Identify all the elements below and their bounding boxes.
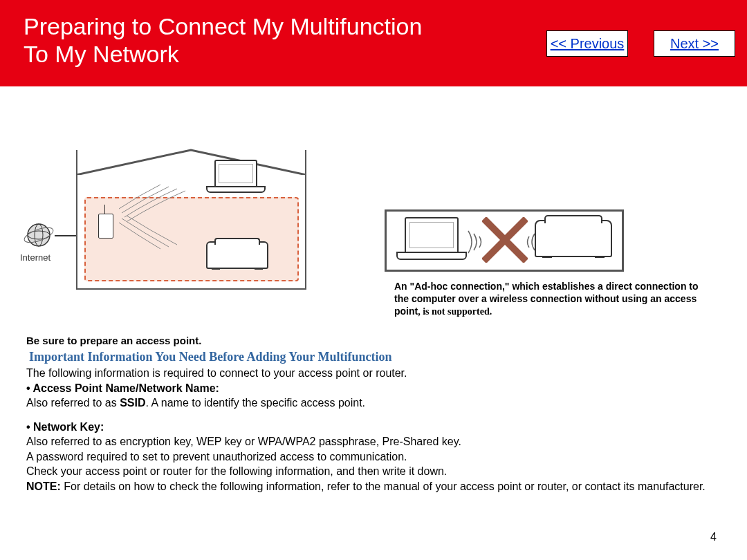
adhoc-text-tail: , is not supported. xyxy=(418,306,492,317)
access-point-icon xyxy=(98,214,113,239)
note-line: NOTE: For details on how to check the fo… xyxy=(26,480,721,494)
item2-block: Network Key: Also referred to as encrypt… xyxy=(26,420,721,494)
internet-icon xyxy=(23,219,55,251)
next-button[interactable]: Next >> xyxy=(654,30,735,57)
item1-label: Access Point Name/Network Name: xyxy=(26,382,721,395)
item2-line2: A password required to set to prevent un… xyxy=(26,450,721,464)
header-bar: Preparing to Connect My Multifunction To… xyxy=(0,0,747,86)
cross-icon xyxy=(482,217,528,263)
next-label: Next >> xyxy=(670,36,719,52)
item1-pre: Also referred to as xyxy=(26,397,120,409)
house-outline xyxy=(76,150,306,290)
title-line-1: Preparing to Connect My Multifunction xyxy=(24,13,422,39)
item1-post: . A name to identify the specific access… xyxy=(146,397,366,409)
laptop-icon xyxy=(206,160,266,201)
item2-line1: Also referred to as encryption key, WEP … xyxy=(26,435,721,449)
previous-label: << Previous xyxy=(551,36,625,52)
note-label: NOTE: xyxy=(26,480,61,492)
printer-icon xyxy=(535,220,612,257)
internet-label: Internet xyxy=(20,252,50,263)
page: Preparing to Connect My Multifunction To… xyxy=(0,0,747,560)
prepare-line: Be sure to prepare an access point. xyxy=(26,334,721,347)
laptop-icon xyxy=(396,217,467,261)
adhoc-caption: An "Ad-hoc connection," which establishe… xyxy=(394,280,699,319)
important-heading: Important Information You Need Before Ad… xyxy=(29,349,721,365)
wifi-waves-down xyxy=(112,216,216,271)
note-text: For details on how to check the followin… xyxy=(61,480,706,492)
item2-line3: Check your access point or router for th… xyxy=(26,465,721,478)
network-diagram: Internet xyxy=(24,150,323,302)
body-text: Be sure to prepare an access point. Impo… xyxy=(26,334,721,494)
ssid-term: SSID xyxy=(120,397,145,409)
printer-icon xyxy=(206,241,268,274)
page-number: 4 xyxy=(710,531,717,543)
svg-point-0 xyxy=(28,224,50,246)
adhoc-diagram xyxy=(385,209,624,272)
page-title: Preparing to Connect My Multifunction To… xyxy=(24,12,473,68)
wifi-arcs-left xyxy=(465,228,483,256)
title-line-2: To My Network xyxy=(24,41,179,67)
intro-line: The following information is required to… xyxy=(26,366,721,380)
wifi-waves-up xyxy=(112,167,216,223)
item2-label: Network Key: xyxy=(26,420,721,434)
item1-desc: Also referred to as SSID. A name to iden… xyxy=(26,396,721,410)
previous-button[interactable]: << Previous xyxy=(546,30,628,57)
